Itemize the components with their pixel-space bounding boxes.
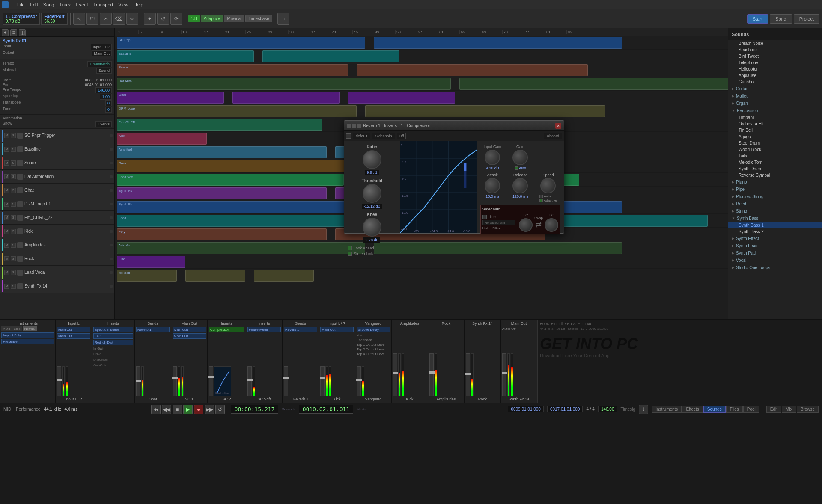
lc-knob[interactable] — [519, 218, 533, 232]
clip-2-1[interactable] — [357, 64, 588, 76]
sound-item-5[interactable]: Applause — [728, 72, 822, 79]
record-btn[interactable]: ● — [194, 405, 203, 414]
main-out-3[interactable]: Main Out — [320, 327, 354, 332]
sound-category-30[interactable]: ▶ Synth Lead — [728, 242, 822, 249]
no-sidechain[interactable]: No Sidechain — [482, 220, 515, 225]
track-solo-2[interactable]: S — [11, 160, 16, 166]
menu-help[interactable]: Help — [134, 2, 143, 7]
track-solo-6[interactable]: S — [11, 215, 16, 220]
track-mute-1[interactable]: M — [4, 147, 9, 152]
menu-view[interactable]: View — [118, 2, 128, 7]
sound-item-6[interactable]: Gunshot — [728, 79, 822, 85]
clip-17-1[interactable] — [185, 270, 245, 282]
impact-insert[interactable]: Impact Poly — [1, 332, 54, 338]
plugin-btn-1[interactable] — [347, 124, 351, 128]
sound-category-29[interactable]: ▶ Synth Effect — [728, 235, 822, 242]
sound-category-21[interactable]: ▶ Piano — [728, 178, 822, 186]
presence-insert[interactable]: Presence — [1, 339, 54, 344]
plugin-preset[interactable]: default — [353, 133, 370, 139]
vanguard-fader[interactable] — [357, 366, 361, 396]
speed-knob[interactable] — [540, 178, 556, 193]
plugin-off[interactable]: Off — [397, 133, 406, 139]
main-out-final-fader[interactable] — [502, 353, 506, 396]
speed-adaptive-cb[interactable] — [539, 199, 543, 202]
sound-category-33[interactable]: ▶ Studio One Loops — [728, 264, 822, 271]
input-val[interactable]: Input L+R — [91, 44, 112, 50]
stereolink-cb[interactable] — [348, 252, 352, 256]
track-solo-0[interactable]: S — [11, 133, 16, 138]
effects-tab[interactable]: Effects — [682, 406, 703, 413]
track-add-btn[interactable]: + — [2, 29, 9, 36]
sound-item-15[interactable]: Steel Drum — [728, 140, 822, 146]
speedup-val[interactable]: 1.00 — [100, 94, 112, 100]
track-mute-6[interactable]: M — [4, 215, 9, 220]
track-row-left-6[interactable]: M S Fm_CHRD_22 — [0, 211, 114, 225]
track-mute-3[interactable]: M — [4, 174, 9, 179]
input-l-fader[interactable] — [57, 366, 61, 396]
compressor-insert[interactable]: Compressor — [209, 327, 244, 332]
musical-btn[interactable]: Musical — [224, 15, 244, 22]
sound-item-0[interactable]: Breath Noise — [728, 40, 822, 47]
sound-category-9[interactable]: ▶ Organ — [728, 100, 822, 107]
loop-btn[interactable]: ⟳ — [170, 13, 182, 25]
plugin-xboard[interactable]: Xboard — [544, 133, 562, 139]
rewind-btn[interactable]: ⏮ — [151, 405, 161, 414]
sound-item-4[interactable]: Helicopter — [728, 66, 822, 72]
main-out-send[interactable]: Main Out — [57, 327, 90, 332]
clip-7-0[interactable]: Kick — [117, 133, 207, 145]
track-solo-1[interactable]: S — [11, 147, 16, 152]
menu-file[interactable]: File — [17, 2, 25, 7]
clip-1-0[interactable]: Bassline — [117, 50, 254, 62]
compressor-fader[interactable] — [209, 366, 213, 396]
sound-item-18[interactable]: Melodic Tom — [728, 159, 822, 166]
menu-edit[interactable]: Edit — [30, 2, 38, 7]
sound-category-26[interactable]: ▼ Synth Bass — [728, 215, 822, 222]
cycle-btn[interactable]: ↺ — [157, 13, 169, 25]
timesig-btn[interactable]: Timesbase — [245, 15, 272, 22]
fast-fwd-btn[interactable]: ▶▶ — [205, 405, 214, 414]
input-gain-knob[interactable] — [485, 150, 500, 165]
clip-0-1[interactable] — [374, 37, 622, 49]
listen-filter[interactable]: Listen Filter — [482, 226, 515, 230]
main-out-insert-2[interactable]: Main Out — [173, 333, 206, 339]
browse-tab[interactable]: Browse — [797, 406, 819, 413]
sound-category-23[interactable]: ▶ Plucked String — [728, 193, 822, 200]
ratio-knob[interactable] — [363, 150, 381, 169]
track-mute-4[interactable]: M — [4, 188, 9, 193]
mix-tab[interactable]: Mix — [782, 406, 796, 413]
sound-item-11[interactable]: Timpani — [728, 114, 822, 121]
metronome-btn[interactable]: ♩ — [639, 405, 648, 414]
track-row-left-10[interactable]: M S Lead Vocal — [0, 266, 114, 279]
redlightdist-insert[interactable]: RedlightDist — [93, 340, 133, 345]
sound-category-25[interactable]: ▶ String — [728, 208, 822, 215]
solo-btn-inst[interactable]: Solo — [12, 326, 22, 331]
threshold-knob[interactable] — [363, 184, 381, 203]
track-row-left-7[interactable]: M S Kick — [0, 225, 114, 238]
track-solo-3[interactable]: S — [11, 174, 16, 179]
clip-6-0[interactable]: Fm_CHRD_ — [117, 119, 322, 131]
groove-delay-insert[interactable]: Groove Delay — [357, 327, 390, 332]
clip-2-0[interactable]: Snare — [117, 64, 348, 76]
show-val[interactable]: Events — [95, 121, 112, 127]
sound-item-2[interactable]: Bird Tweet — [728, 53, 822, 59]
track-row-left-5[interactable]: M S DRM Loop 01 — [0, 197, 114, 211]
tune-val[interactable]: 0 — [105, 107, 112, 113]
tempo-mode[interactable]: Timestretch — [87, 61, 112, 67]
track-row-left-2[interactable]: M S Snare — [0, 156, 114, 170]
gain-knob[interactable] — [512, 150, 528, 165]
sounds-tab[interactable]: Sounds — [703, 406, 726, 413]
sound-category-7[interactable]: ▶ Guitar — [728, 85, 822, 92]
eraser-tool[interactable]: ⌫ — [113, 13, 125, 25]
material-val[interactable]: Sound — [96, 68, 112, 74]
stop-btn[interactable]: ■ — [173, 405, 182, 414]
plugin-power-btn[interactable] — [346, 133, 351, 139]
track-solo-10[interactable]: S — [11, 270, 16, 275]
clip-17-0[interactable]: kickball — [117, 270, 177, 282]
clip-1-1[interactable] — [262, 50, 399, 62]
clip-4-2[interactable] — [348, 92, 455, 104]
sound-item-28[interactable]: Synth Bass 2 — [728, 228, 822, 235]
mute-btn-inst[interactable]: Mute — [1, 326, 12, 331]
sound-item-19[interactable]: Synth Drum — [728, 166, 822, 172]
clip-5-1[interactable] — [365, 105, 605, 117]
clip-4-1[interactable] — [232, 92, 340, 104]
